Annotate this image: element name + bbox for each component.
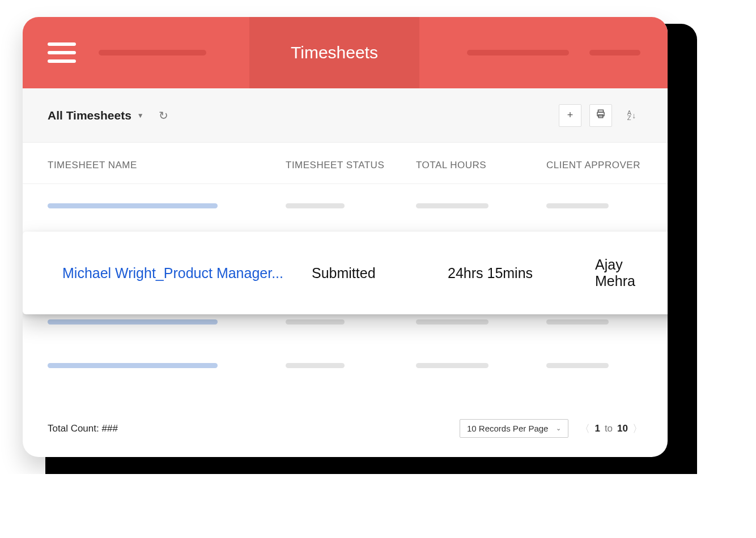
pager-to: 10 xyxy=(617,423,628,434)
app-header: Timesheets xyxy=(23,17,668,88)
skeleton-text xyxy=(286,203,345,208)
skeleton-text xyxy=(546,203,609,208)
skeleton-text xyxy=(416,363,489,368)
skeleton-link xyxy=(48,319,218,324)
table-header: TIMESHEET NAME TIMESHEET STATUS TOTAL HO… xyxy=(23,143,668,184)
total-count-value: ### xyxy=(101,423,117,434)
header-placeholder xyxy=(99,50,206,55)
pager-to-word: to xyxy=(605,423,613,434)
page-title: Timesheets xyxy=(291,43,378,62)
table-footer: Total Count: ### 10 Records Per Page ⌄ 〈… xyxy=(23,387,668,457)
menu-icon[interactable] xyxy=(48,42,76,63)
filter-dropdown[interactable]: All Timesheets ▼ xyxy=(48,109,144,122)
skeleton-text xyxy=(546,363,609,368)
total-count-label: Total Count: xyxy=(48,423,99,434)
plus-icon: + xyxy=(567,109,574,121)
print-icon xyxy=(596,109,606,122)
skeleton-text xyxy=(416,319,489,324)
table-row[interactable] xyxy=(23,344,668,387)
table-row-highlighted[interactable]: Michael Wright_Product Manager... Submit… xyxy=(23,232,668,314)
col-status: TIMESHEET STATUS xyxy=(286,160,416,171)
add-button[interactable]: + xyxy=(559,104,581,127)
header-placeholder xyxy=(589,50,640,55)
records-per-page-select[interactable]: 10 Records Per Page ⌄ xyxy=(460,419,568,438)
total-count: Total Count: ### xyxy=(48,423,118,434)
pager-from: 1 xyxy=(594,423,600,434)
cell-approver: Ajay Mehra xyxy=(595,257,666,289)
pager-prev[interactable]: 〈 xyxy=(580,422,590,435)
header-title-tab: Timesheets xyxy=(249,17,419,88)
skeleton-link xyxy=(48,363,218,368)
col-name: TIMESHEET NAME xyxy=(48,160,286,171)
skeleton-link xyxy=(48,203,218,208)
skeleton-text xyxy=(286,319,345,324)
cell-hours: 24hrs 15mins xyxy=(448,265,595,281)
pager-next[interactable]: 〉 xyxy=(632,422,643,435)
table-body: Michael Wright_Product Manager... Submit… xyxy=(23,184,668,387)
col-hours: TOTAL HOURS xyxy=(416,160,546,171)
table-row[interactable] xyxy=(23,184,668,228)
pagination: 〈 1 to 10 〉 xyxy=(580,422,643,435)
chevron-down-icon: ▼ xyxy=(137,112,144,119)
records-per-page-label: 10 Records Per Page xyxy=(467,424,548,433)
app-window: Timesheets All Timesheets ▼ ↻ + xyxy=(23,17,668,457)
sort-az-icon: AZ ↓ xyxy=(627,110,635,121)
header-placeholder xyxy=(467,50,569,55)
sort-button[interactable]: AZ ↓ xyxy=(620,104,643,127)
filter-label: All Timesheets xyxy=(48,109,131,122)
col-approver: CLIENT APPROVER xyxy=(546,160,643,171)
cell-timesheet-name[interactable]: Michael Wright_Product Manager... xyxy=(62,265,312,281)
print-button[interactable] xyxy=(589,104,612,127)
chevron-down-icon: ⌄ xyxy=(556,425,561,432)
cell-status: Submitted xyxy=(312,265,448,281)
toolbar: All Timesheets ▼ ↻ + AZ ↓ xyxy=(23,88,668,143)
refresh-icon[interactable]: ↻ xyxy=(159,109,168,122)
skeleton-text xyxy=(286,363,345,368)
skeleton-text xyxy=(546,319,609,324)
skeleton-text xyxy=(416,203,489,208)
